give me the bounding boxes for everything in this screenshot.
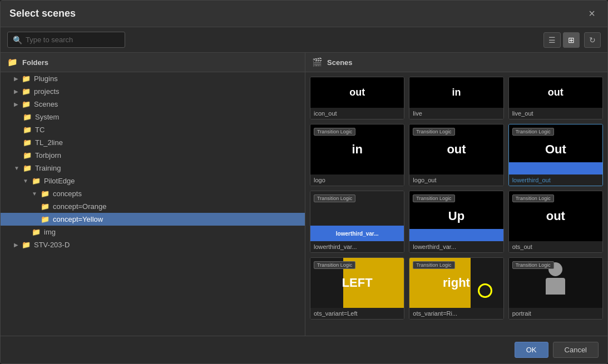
scene-label: live [409, 108, 503, 119]
tl-badge: Transition Logic [413, 195, 454, 202]
arrow-icon: ▶ [14, 101, 18, 107]
scene-label: ots_variant=Left [310, 308, 404, 319]
folder-icon: 📁 [22, 241, 31, 249]
scene-card-live-out[interactable]: out live_out [508, 77, 603, 119]
scene-label: ots_out [509, 241, 602, 252]
sidebar-item-concept-orange[interactable]: 📁 concept=Orange [1, 200, 305, 213]
tl-badge: Transition Logic [512, 195, 554, 202]
scene-thumbnail: in [409, 77, 503, 108]
scene-label: lowerthird_var... [310, 241, 404, 252]
scene-label: portrait [509, 308, 602, 319]
sidebar-item-label: img [44, 228, 56, 236]
scene-thumbnail: Transition Logic out [509, 191, 602, 241]
sidebar-item-tl2line[interactable]: 📁 TL_2line [1, 136, 305, 149]
scene-text: Out [545, 142, 566, 157]
refresh-button[interactable]: ↻ [584, 32, 601, 48]
scene-text: in [352, 142, 363, 157]
folder-icon: 📁 [23, 126, 32, 134]
sidebar-item-system[interactable]: 📁 System [1, 111, 305, 123]
sidebar-item-label: Scenes [34, 100, 58, 108]
folders-icon: 📁 [7, 57, 18, 67]
scene-card-lowerthird-out[interactable]: Transition Logic Out lowerthird_out [508, 124, 603, 186]
ok-button[interactable]: OK [515, 342, 548, 358]
scene-thumbnail: Transition Logic out [409, 124, 503, 174]
tl-badge: Transition Logic [314, 195, 355, 202]
folder-icon: 📁 [23, 138, 32, 147]
blue-bar: lowerthird_var... [310, 226, 404, 241]
arrow-icon: ▶ [14, 76, 18, 82]
person-body [546, 278, 565, 295]
scene-thumbnail: Transition Logic [509, 258, 602, 308]
scenes-header-label: Scenes [327, 58, 353, 67]
sidebar-item-concept-yellow[interactable]: 📁 concept=Yellow [1, 213, 305, 226]
sidebar-item-plugins[interactable]: ▶ 📁 Plugins [1, 72, 305, 85]
scene-text: in [452, 87, 461, 98]
arrow-icon: ▼ [14, 165, 19, 171]
tl-badge: Transition Logic [413, 128, 454, 136]
scene-card-portrait[interactable]: Transition Logic portrai [508, 257, 603, 320]
sidebar-item-projects[interactable]: ▶ 📁 projects [1, 85, 305, 98]
scene-card-ots-variant-left[interactable]: Transition Logic LEFT ots_variant=Left [310, 257, 404, 320]
sidebar-item-tc[interactable]: 📁 TC [1, 123, 305, 136]
sidebar-item-label: concept=Yellow [53, 215, 103, 223]
scenes-panel: 🎬 Scenes out icon_out in live [305, 53, 607, 336]
view-buttons: ☰ ⊞ [543, 32, 580, 48]
search-input[interactable] [7, 32, 125, 48]
sidebar-item-pilotedge[interactable]: ▼ 📁 PilotEdge [1, 174, 305, 187]
scene-card-lowerthird-var1[interactable]: Transition Logic lowerthird_var... lower… [310, 191, 404, 253]
search-input-wrap: 🔍 [7, 32, 539, 48]
scene-text: LEFT [342, 276, 373, 290]
scene-thumbnail: Transition Logic Out [509, 124, 602, 174]
sidebar-item-label: PilotEdge [44, 177, 75, 185]
dialog-title: Select scenes [9, 8, 76, 19]
arrow-icon: ▶ [14, 88, 18, 94]
scene-text: right [443, 276, 470, 290]
sidebar-item-training[interactable]: ▼ 📁 Training [1, 162, 305, 174]
scene-label: logo [310, 174, 404, 186]
search-icon: 🔍 [13, 36, 22, 44]
cancel-button[interactable]: Cancel [553, 342, 599, 358]
sidebar-item-scenes[interactable]: ▶ 📁 Scenes [1, 98, 305, 111]
scene-card-ots-out[interactable]: Transition Logic out ots_out [508, 191, 603, 253]
scene-card-logo[interactable]: Transition Logic in logo [310, 124, 404, 186]
sidebar-item-img[interactable]: 📁 img [1, 226, 305, 238]
scene-label: ots_variant=Ri... [409, 308, 503, 319]
scene-label: live_out [509, 108, 602, 119]
content-area: 📁 Folders ▶ 📁 Plugins ▶ 📁 projects ▶ 📁 S… [1, 53, 607, 336]
sidebar-item-label: concept=Orange [53, 202, 106, 211]
scene-text: out [548, 87, 563, 98]
tl-badge: Transition Logic [512, 261, 554, 269]
sidebar-item-label: TL_2line [35, 138, 63, 147]
scene-card-logo-out[interactable]: Transition Logic out logo_out [409, 124, 503, 186]
scene-thumbnail: Transition Logic in [310, 124, 404, 174]
sidebar-item-label: projects [34, 87, 60, 96]
sidebar-item-torbjorn[interactable]: 📁 Torbjorn [1, 149, 305, 162]
scene-text: out [349, 87, 365, 98]
folder-icon: 📁 [22, 100, 31, 108]
scene-thumbnail: Transition Logic lowerthird_var... [310, 191, 404, 241]
list-view-button[interactable]: ☰ [543, 32, 561, 48]
sidebar-item-concepts[interactable]: ▼ 📁 concepts [1, 187, 305, 200]
scene-card-live[interactable]: in live [409, 77, 503, 119]
sidebar-item-label: TC [35, 126, 45, 134]
arrow-icon: ▼ [32, 191, 37, 197]
sidebar-item-stv203d[interactable]: ▶ 📁 STV-203-D [1, 238, 305, 251]
scene-text: out [546, 209, 565, 223]
folder-icon: 📁 [22, 87, 31, 96]
sidebar-header-label: Folders [22, 58, 48, 67]
folder-icon: 📁 [23, 113, 32, 121]
scene-text: out [447, 142, 466, 157]
grid-view-button[interactable]: ⊞ [563, 32, 580, 48]
folder-icon: 📁 [41, 190, 50, 198]
scene-card-icon-out[interactable]: out icon_out [310, 77, 404, 119]
sidebar-item-label: System [35, 113, 59, 121]
scene-card-ots-variant-right[interactable]: Transition Logic right ots_variant=Ri... [409, 257, 503, 320]
folder-icon: 📁 [41, 215, 50, 223]
folder-icon: 📁 [32, 177, 41, 185]
scene-card-lowerthird-var2[interactable]: Transition Logic Up lowerthird_var... [409, 191, 503, 253]
scenes-header: 🎬 Scenes [305, 53, 607, 72]
scene-label: lowerthird_out [509, 174, 602, 186]
scene-label: lowerthird_var... [409, 241, 503, 252]
select-scenes-dialog: Select scenes × 🔍 ☰ ⊞ ↻ 📁 Folders ▶ 📁 Pl… [0, 0, 608, 364]
close-button[interactable]: × [585, 6, 599, 21]
